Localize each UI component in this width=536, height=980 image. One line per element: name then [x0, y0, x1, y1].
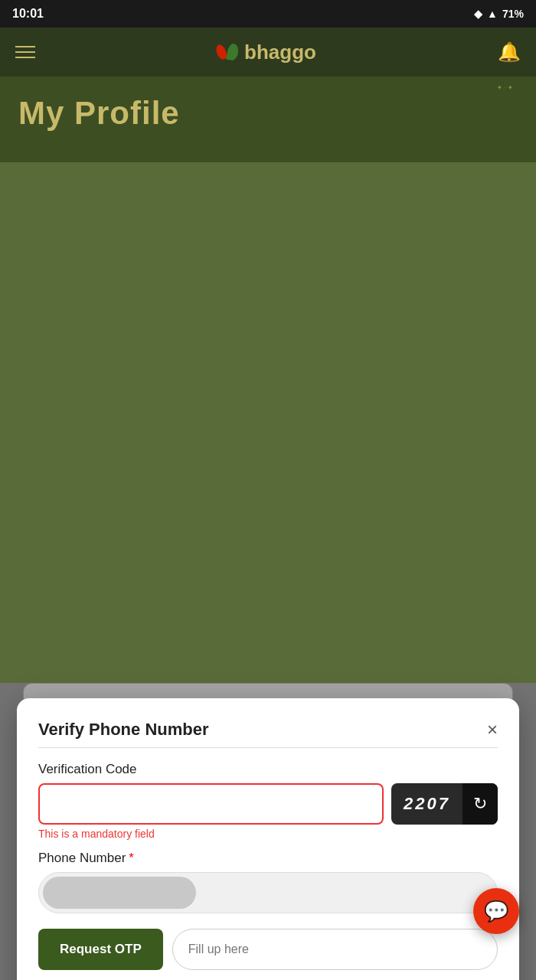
phone-pill-decoration: [43, 877, 196, 909]
captcha-code: 2207: [391, 794, 462, 814]
verification-code-row: 2207 ↻: [38, 783, 498, 825]
verification-code-input[interactable]: [38, 783, 384, 825]
close-modal-button[interactable]: ×: [487, 720, 498, 739]
page-title: My Profile: [18, 95, 518, 132]
app-logo: bhaggo: [217, 41, 316, 64]
status-time: 10:01: [12, 7, 44, 21]
notification-bell[interactable]: 🔔: [498, 41, 521, 63]
logo-leaves: [217, 44, 238, 60]
otp-row: Request OTP: [38, 929, 498, 970]
phone-input-wrapper: [38, 872, 498, 913]
page-background: Verify Phone Number × Verification Code …: [0, 683, 536, 980]
verification-error-text: This is a mandatory field: [38, 828, 498, 840]
app-header: bhaggo 🔔: [0, 28, 536, 77]
status-bar: 10:01 ◆ ▲ 71%: [0, 0, 536, 28]
decoration-stars: ✦ · ✦: [497, 84, 513, 91]
battery-icon: 71%: [502, 8, 524, 20]
logo-text: bhaggo: [244, 41, 316, 64]
refresh-captcha-button[interactable]: ↻: [462, 783, 498, 825]
request-otp-button[interactable]: Request OTP: [38, 929, 163, 970]
profile-section: My Profile ✦ · ✦: [0, 77, 536, 162]
signal-icon: ◆: [474, 8, 482, 20]
chat-fab-button[interactable]: 💬: [473, 888, 519, 934]
modal-header: Verify Phone Number ×: [38, 720, 498, 740]
fill-here-input[interactable]: [172, 929, 498, 970]
required-star: *: [129, 851, 134, 865]
chat-icon: 💬: [484, 900, 508, 923]
status-icons: ◆ ▲ 71%: [474, 8, 524, 20]
wifi-icon: ▲: [487, 8, 498, 20]
menu-button[interactable]: [15, 46, 35, 58]
modal-title: Verify Phone Number: [38, 720, 209, 740]
verify-phone-modal: Verify Phone Number × Verification Code …: [17, 698, 519, 980]
captcha-box: 2207 ↻: [391, 783, 498, 825]
phone-number-label: Phone Number*: [38, 851, 498, 866]
verification-code-label: Verification Code: [38, 762, 498, 777]
modal-divider: [38, 747, 498, 748]
logo-leaf-green: [226, 43, 240, 61]
